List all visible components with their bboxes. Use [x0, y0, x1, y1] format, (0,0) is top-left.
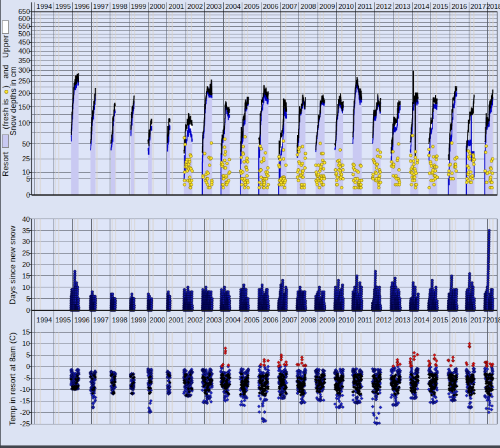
temp-ytick--10: -10 — [4, 386, 30, 393]
mid-year-label-1997: 1997 — [91, 316, 111, 324]
snow-ytick-25: 25 — [4, 155, 30, 163]
days-ytick-35: 35 — [4, 227, 30, 235]
mid-year-label-2003: 2003 — [204, 316, 224, 324]
mid-year-label-2005: 2005 — [242, 316, 262, 324]
top-year-label-2018: 2018 — [484, 3, 500, 10]
top-year-label-2013: 2013 — [392, 3, 413, 10]
mid-year-label-1994: 1994 — [34, 316, 54, 324]
top-year-label-2012: 2012 — [374, 3, 394, 10]
temp-ytick-15: 15 — [4, 328, 30, 336]
top-year-label-2003: 2003 — [204, 3, 224, 10]
mid-year-label-2013: 2013 — [392, 316, 413, 324]
top-year-label-1996: 1996 — [71, 3, 92, 10]
mid-year-label-2000: 2000 — [147, 316, 168, 324]
top-year-label-2010: 2010 — [336, 3, 357, 10]
mid-year-label-2009: 2009 — [317, 316, 337, 324]
snow-ytick-5: 5 — [4, 175, 30, 183]
top-year-label-2001: 2001 — [166, 3, 186, 10]
days-ytick-10: 10 — [4, 284, 30, 291]
top-year-label-2016: 2016 — [449, 3, 469, 10]
top-year-label-2006: 2006 — [260, 3, 281, 10]
days-ytick-5: 5 — [4, 295, 30, 303]
mid-year-label-2004: 2004 — [223, 316, 243, 324]
top-year-label-2014: 2014 — [411, 3, 432, 10]
top-year-label-2005: 2005 — [242, 3, 262, 10]
bottom-scroll-strip — [0, 445, 500, 448]
snow-ytick-350: 350 — [4, 57, 30, 64]
snow-ytick-600: 600 — [4, 15, 30, 22]
temp-ytick--25: -25 — [4, 420, 30, 428]
snow-ytick-650: 650 — [4, 8, 30, 15]
days-ytick-20: 20 — [4, 261, 30, 268]
top-year-label-1994: 1994 — [34, 3, 54, 10]
snow-ytick-50: 50 — [4, 140, 30, 148]
snow-ytick-100: 100 — [4, 119, 30, 127]
chart-canvas — [0, 0, 500, 448]
top-year-label-1999: 1999 — [128, 3, 149, 10]
top-year-label-2000: 2000 — [147, 3, 168, 10]
mid-year-label-2012: 2012 — [374, 316, 394, 324]
snow-ytick-150: 150 — [4, 103, 30, 111]
mid-year-label-2001: 2001 — [166, 316, 186, 324]
temp-ytick-5: 5 — [4, 351, 30, 359]
snow-ytick-500: 500 — [4, 30, 30, 38]
snow-ytick-250: 250 — [4, 77, 30, 85]
days-ytick-15: 15 — [4, 272, 30, 280]
temp-ytick-10: 10 — [4, 340, 30, 347]
mid-year-label-2015: 2015 — [430, 316, 451, 324]
temp-ytick--5: -5 — [4, 374, 30, 382]
top-year-label-1997: 1997 — [91, 3, 111, 10]
top-year-label-2015: 2015 — [430, 3, 451, 10]
snow-history-chart: Resort(fresh is) and Upper Snow depths i… — [0, 0, 500, 448]
top-year-label-2009: 2009 — [317, 3, 337, 10]
top-year-label-2008: 2008 — [298, 3, 319, 10]
temp-ytick--20: -20 — [4, 408, 30, 416]
top-year-label-2004: 2004 — [223, 3, 243, 10]
snow-ytick-550: 550 — [4, 22, 30, 30]
mid-year-label-1998: 1998 — [110, 316, 130, 324]
top-year-label-2007: 2007 — [279, 3, 300, 10]
snow-ytick-300: 300 — [4, 66, 30, 74]
snow-ytick-400: 400 — [4, 47, 30, 55]
mid-year-label-1999: 1999 — [128, 316, 149, 324]
top-year-label-1998: 1998 — [110, 3, 130, 10]
mid-year-label-2007: 2007 — [279, 316, 300, 324]
mid-year-label-2016: 2016 — [449, 316, 469, 324]
top-year-label-2011: 2011 — [355, 3, 375, 10]
mid-year-label-2002: 2002 — [185, 316, 205, 324]
mid-year-label-2018: 2018 — [484, 316, 500, 324]
days-ytick-30: 30 — [4, 238, 30, 245]
mid-year-label-1995: 1995 — [53, 316, 73, 324]
snow-ytick-0: 0 — [4, 191, 30, 199]
top-year-label-2002: 2002 — [185, 3, 205, 10]
mid-year-label-1996: 1996 — [71, 316, 92, 324]
snow-ytick-200: 200 — [4, 89, 30, 97]
mid-year-label-2006: 2006 — [260, 316, 281, 324]
mid-year-label-2008: 2008 — [298, 316, 319, 324]
temp-ytick-0: 0 — [4, 363, 30, 370]
days-ytick-40: 40 — [4, 215, 30, 223]
mid-year-label-2014: 2014 — [411, 316, 432, 324]
snow-ytick-450: 450 — [4, 38, 30, 46]
mid-year-label-2010: 2010 — [336, 316, 357, 324]
days-ytick-25: 25 — [4, 249, 30, 257]
days-ytick-0: 0 — [4, 307, 30, 314]
left-edge-strip — [0, 0, 1, 448]
mid-year-label-2011: 2011 — [355, 316, 375, 324]
top-year-label-1995: 1995 — [53, 3, 73, 10]
temp-ytick--15: -15 — [4, 397, 30, 405]
